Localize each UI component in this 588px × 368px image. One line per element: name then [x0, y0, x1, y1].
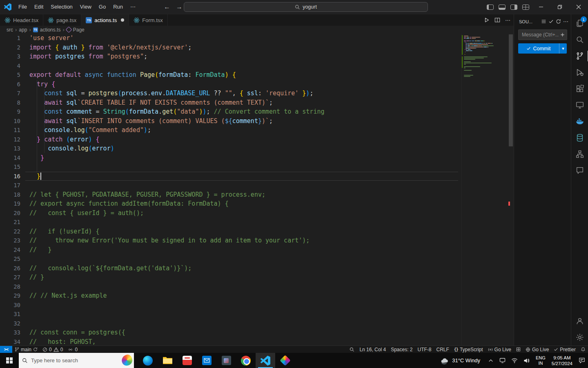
activity-hierarchy[interactable]: [571, 146, 588, 162]
menu-view[interactable]: View: [76, 2, 95, 12]
branch-indicator[interactable]: main: [12, 346, 40, 353]
line-number[interactable]: 32: [0, 319, 20, 328]
taskbar-search-input[interactable]: [31, 357, 131, 364]
code-line[interactable]: [29, 319, 461, 328]
activity-search[interactable]: [571, 31, 588, 48]
ports-indicator[interactable]: 0: [65, 346, 80, 353]
code-editor[interactable]: 1234567891011121314151617181920212223242…: [0, 34, 461, 346]
code-line[interactable]: const comment = String(formData.get("dat…: [29, 107, 461, 117]
tab-actions-ts[interactable]: TS actions.ts: [81, 14, 129, 26]
line-number[interactable]: 4: [0, 61, 20, 71]
table-indicator[interactable]: [514, 346, 523, 353]
tab-header-tsx[interactable]: Header.tsx: [0, 14, 43, 26]
code-line[interactable]: [29, 282, 461, 292]
nav-back-icon[interactable]: ←: [164, 3, 170, 11]
view-as-list-icon[interactable]: [541, 19, 546, 24]
code-line[interactable]: // // Next.js example: [29, 291, 461, 301]
nav-forward-icon[interactable]: →: [176, 3, 183, 11]
code-line[interactable]: [29, 254, 461, 264]
zoom-indicator[interactable]: [347, 346, 357, 353]
line-number[interactable]: 1: [0, 34, 20, 43]
line-number[interactable]: 26: [0, 264, 20, 273]
notifications-bell[interactable]: [578, 346, 588, 353]
line-number[interactable]: 21: [0, 218, 20, 227]
menu-edit[interactable]: Edit: [31, 2, 47, 12]
activity-run-debug[interactable]: [571, 64, 588, 81]
line-number[interactable]: 16: [0, 172, 20, 181]
taskbar-mail-icon[interactable]: [197, 353, 216, 368]
taskbar-app2-icon[interactable]: [216, 353, 236, 368]
account-button[interactable]: [571, 313, 588, 329]
code-line[interactable]: [29, 61, 461, 71]
line-number[interactable]: 2: [0, 43, 20, 52]
line-number[interactable]: 5: [0, 70, 20, 80]
code-line[interactable]: import postgres from "postgres";: [29, 52, 461, 61]
line-number[interactable]: 8: [0, 98, 20, 108]
code-lines[interactable]: 'use server'import { auth } from '@clerk…: [25, 34, 461, 346]
activity-source-control[interactable]: [571, 48, 588, 64]
more-actions-icon[interactable]: ⋯: [563, 18, 568, 25]
taskbar-search-box[interactable]: [19, 353, 134, 368]
code-line[interactable]: // let { PGHOST, PGDATABASE, PGUSER, PGP…: [29, 190, 461, 200]
code-line[interactable]: import { auth } from '@clerk/nextjs/serv…: [29, 43, 461, 52]
commit-button[interactable]: Commit ▼: [518, 43, 567, 54]
toggle-primary-sidebar-icon[interactable]: [487, 4, 494, 10]
clock[interactable]: 9:05 AM 5/27/2024: [548, 355, 576, 366]
line-number[interactable]: 9: [0, 107, 20, 117]
eol-indicator[interactable]: CRLF: [434, 346, 452, 353]
code-line[interactable]: // const conn = postgres({: [29, 328, 461, 337]
indentation-indicator[interactable]: Spaces: 2: [388, 346, 415, 353]
activity-docker[interactable]: [571, 113, 588, 130]
activity-extensions[interactable]: [571, 81, 588, 97]
line-number[interactable]: 25: [0, 254, 20, 264]
tray-volume-icon[interactable]: [521, 353, 533, 368]
restore-button[interactable]: [550, 0, 569, 14]
tab-form-tsx[interactable]: Form.tsx: [129, 14, 168, 26]
line-number[interactable]: 24: [0, 245, 20, 255]
line-number[interactable]: 27: [0, 273, 20, 282]
line-number[interactable]: 29: [0, 291, 20, 301]
taskbar-chrome-icon[interactable]: [236, 353, 256, 368]
code-line[interactable]: console.log("Comment added");: [29, 126, 461, 135]
breadcrumb-file[interactable]: actions.ts: [40, 27, 61, 33]
minimap[interactable]: [461, 34, 508, 346]
line-number[interactable]: 3: [0, 52, 20, 61]
prettier-indicator[interactable]: Prettier: [551, 346, 578, 353]
line-number[interactable]: 7: [0, 89, 20, 98]
code-line[interactable]: } catch (error) {: [29, 135, 461, 144]
menu-selection[interactable]: Selection: [47, 2, 76, 12]
activity-comments[interactable]: [571, 162, 588, 179]
remote-indicator[interactable]: ><: [0, 346, 12, 353]
menu-overflow-icon[interactable]: ⋯: [127, 2, 139, 12]
code-line[interactable]: // const { userId } = auth();: [29, 209, 461, 218]
language-mode[interactable]: {} TypeScript: [452, 346, 486, 353]
line-number[interactable]: 15: [0, 162, 20, 172]
line-number[interactable]: 17: [0, 181, 20, 190]
code-line[interactable]: export default async function Page(formD…: [29, 70, 461, 80]
code-line[interactable]: [29, 181, 461, 190]
code-line[interactable]: try {: [29, 80, 461, 89]
commit-dropdown-chevron-icon[interactable]: ▼: [559, 43, 567, 54]
line-number[interactable]: 10: [0, 117, 20, 126]
breadcrumb-app[interactable]: app: [19, 27, 27, 33]
editor-scrollbar[interactable]: [508, 34, 514, 346]
activity-remote-explorer[interactable]: [571, 97, 588, 113]
editor-more-actions-icon[interactable]: ⋯: [505, 17, 510, 23]
start-button[interactable]: [0, 353, 19, 368]
language-indicator[interactable]: ENG IN: [533, 353, 548, 368]
encoding-indicator[interactable]: UTF-8: [415, 346, 434, 353]
code-line[interactable]: await sql`CREATE TABLE IF NOT EXISTS com…: [29, 98, 461, 108]
customize-layout-icon[interactable]: [522, 4, 529, 10]
close-button[interactable]: [569, 0, 588, 14]
line-number[interactable]: 13: [0, 144, 20, 153]
tray-device-icon[interactable]: [497, 353, 508, 368]
taskbar-vscode-icon[interactable]: [256, 353, 275, 368]
refresh-icon[interactable]: [556, 19, 561, 24]
line-number[interactable]: 22: [0, 227, 20, 236]
tab-page-tsx[interactable]: page.tsx: [43, 14, 81, 26]
taskbar-app1-icon[interactable]: [177, 353, 197, 368]
tray-network-icon[interactable]: [508, 353, 521, 368]
line-number[interactable]: 19: [0, 199, 20, 209]
code-line[interactable]: [29, 162, 461, 172]
menu-run[interactable]: Run: [109, 2, 127, 12]
